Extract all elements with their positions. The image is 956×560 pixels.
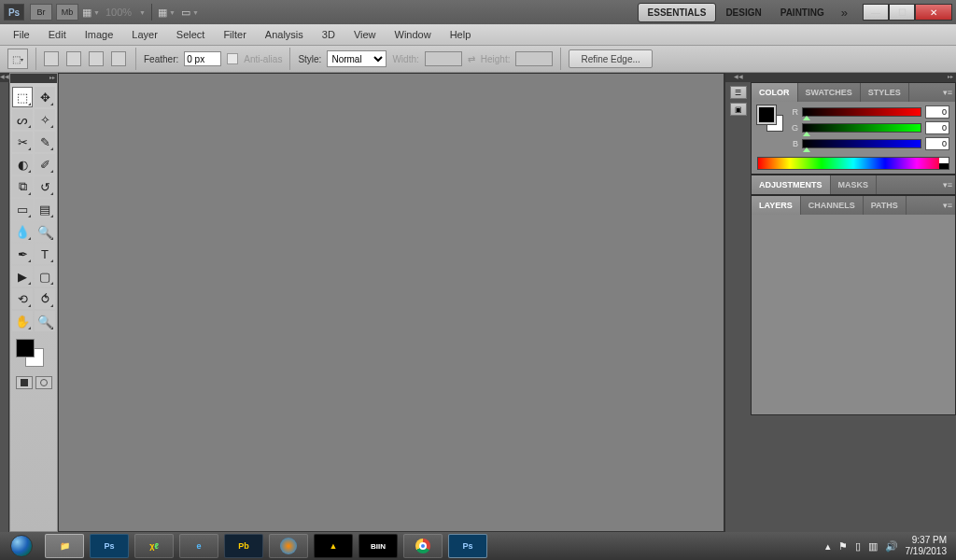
layers-body[interactable]	[752, 215, 955, 414]
tool-brush[interactable]: ✐	[35, 154, 55, 175]
new-selection-icon[interactable]	[44, 51, 59, 66]
taskbar-aimp[interactable]: ▲	[314, 534, 353, 558]
taskbar-ie[interactable]: e	[179, 534, 218, 558]
b-slider[interactable]	[802, 139, 921, 148]
intersect-selection-icon[interactable]	[111, 51, 126, 66]
taskbar-xl[interactable]: χℓ	[134, 534, 174, 558]
workspace-essentials[interactable]: ESSENTIALS	[638, 3, 717, 22]
tool-path-select[interactable]: ▶	[12, 266, 33, 287]
menu-analysis[interactable]: Analysis	[256, 26, 313, 43]
menu-filter[interactable]: Filter	[214, 26, 255, 43]
taskbar-pb[interactable]: Pb	[224, 534, 263, 558]
tool-spot-heal[interactable]: ◐	[12, 154, 33, 175]
tab-styles[interactable]: STYLES	[861, 83, 909, 102]
tool-3d-orbit[interactable]: ⥀	[35, 288, 55, 309]
arrange-documents-dropdown[interactable]: ▦▼	[158, 7, 176, 19]
tab-adjustments[interactable]: ADJUSTMENTS	[752, 175, 831, 194]
add-selection-icon[interactable]	[66, 51, 81, 66]
r-slider[interactable]	[802, 107, 921, 117]
tool-blur[interactable]: 💧	[12, 221, 33, 242]
b-input[interactable]	[925, 137, 949, 150]
taskbar-photoshop[interactable]: Ps	[90, 534, 129, 558]
tab-masks[interactable]: MASKS	[831, 175, 878, 194]
menu-layer[interactable]: Layer	[122, 26, 167, 43]
tool-dodge[interactable]: 🔍	[35, 221, 55, 242]
panel-dock-header[interactable]: ▸▸	[751, 73, 956, 82]
tray-show-hidden-icon[interactable]: ▴	[825, 540, 831, 553]
g-slider[interactable]	[802, 123, 921, 133]
tray-volume-icon[interactable]: 🔊	[885, 540, 898, 553]
taskbar-biin[interactable]: BIIN	[358, 534, 398, 558]
tool-zoom[interactable]: 🔍	[35, 311, 55, 331]
tray-network-icon[interactable]: ▥	[868, 540, 878, 553]
tool-rectangle[interactable]: ▢	[35, 266, 55, 287]
toolbox-header[interactable]: ▸▸	[10, 74, 57, 83]
tool-clone[interactable]: ⧉	[12, 176, 33, 197]
workspace-design[interactable]: DESIGN	[716, 4, 770, 21]
workspace-more-icon[interactable]: »	[841, 6, 848, 20]
taskbar-chrome[interactable]	[403, 534, 443, 558]
tab-color[interactable]: COLOR	[752, 83, 798, 102]
close-button[interactable]: ✕	[915, 4, 952, 21]
tool-history-brush[interactable]: ↺	[35, 176, 55, 197]
r-input[interactable]	[925, 105, 949, 119]
standard-mode-icon[interactable]	[16, 376, 33, 389]
tool-hand[interactable]: ✋	[12, 311, 33, 331]
current-tool-preset[interactable]: ⬚▾	[7, 49, 28, 69]
color-panel-menu-icon[interactable]: ▾≡	[940, 83, 955, 102]
tool-crop[interactable]: ✂	[12, 132, 33, 152]
style-select[interactable]: Normal	[327, 50, 387, 67]
tray-flag-icon[interactable]: ⚑	[838, 540, 848, 553]
maximize-button[interactable]: ☐	[889, 4, 915, 21]
zoom-level[interactable]: 100%	[105, 7, 132, 18]
tool-3d-rotate[interactable]: ⟲	[12, 288, 33, 309]
adjustments-panel-menu-icon[interactable]: ▾≡	[940, 175, 955, 194]
tab-channels[interactable]: CHANNELS	[801, 196, 864, 215]
tool-quick-select[interactable]: ✧	[35, 109, 55, 130]
sub-selection-icon[interactable]	[89, 51, 104, 66]
menu-3d[interactable]: 3D	[313, 26, 344, 43]
quick-mask-icon[interactable]	[35, 376, 52, 389]
tab-paths[interactable]: PATHS	[864, 196, 907, 215]
taskbar-photoshop-2[interactable]: Ps	[448, 534, 487, 558]
tool-gradient[interactable]: ▤	[35, 199, 55, 219]
refine-edge-button[interactable]: Refine Edge...	[569, 49, 652, 68]
menu-view[interactable]: View	[344, 26, 386, 43]
screen-mode-dropdown[interactable]: ▭▼	[181, 7, 199, 19]
menu-help[interactable]: Help	[441, 26, 481, 43]
feather-input[interactable]	[184, 51, 221, 66]
start-button[interactable]	[4, 534, 39, 558]
taskbar-explorer[interactable]: 📁	[45, 534, 84, 558]
history-panel-icon[interactable]: ☰	[730, 86, 747, 99]
foreground-color-swatch[interactable]	[16, 339, 35, 357]
minimize-button[interactable]: —	[863, 4, 889, 21]
taskbar-wmp[interactable]	[269, 534, 308, 558]
minibridge-button[interactable]: Mb	[56, 4, 78, 21]
tab-layers[interactable]: LAYERS	[752, 196, 801, 215]
tool-type[interactable]: T	[35, 244, 55, 264]
tool-eraser[interactable]: ▭	[12, 199, 33, 219]
color-spectrum[interactable]	[757, 157, 949, 170]
tool-marquee[interactable]: ⬚	[12, 87, 33, 107]
g-input[interactable]	[925, 121, 949, 134]
canvas-area[interactable]	[58, 73, 724, 532]
view-extras-dropdown[interactable]: ▦▼	[82, 7, 100, 19]
tray-battery-icon[interactable]: ▯	[855, 540, 861, 553]
workspace-painting[interactable]: PAINTING	[771, 4, 834, 21]
menu-select[interactable]: Select	[167, 26, 215, 43]
menu-image[interactable]: Image	[76, 26, 123, 43]
color-fg-swatch[interactable]	[757, 105, 776, 124]
bridge-button[interactable]: Br	[30, 4, 52, 21]
menu-edit[interactable]: Edit	[39, 26, 76, 43]
menu-file[interactable]: File	[4, 26, 39, 43]
actions-panel-icon[interactable]: ▣	[730, 103, 747, 116]
tool-lasso[interactable]: ᔕ	[12, 109, 33, 130]
menu-window[interactable]: Window	[386, 26, 441, 43]
layers-panel-menu-icon[interactable]: ▾≡	[940, 196, 955, 215]
tool-move[interactable]: ✥	[35, 87, 55, 107]
left-collapse-strip[interactable]	[0, 73, 9, 532]
tab-swatches[interactable]: SWATCHES	[798, 83, 861, 102]
tool-pen[interactable]: ✒	[12, 244, 33, 264]
tool-eyedropper[interactable]: ✎	[35, 132, 55, 152]
tray-clock[interactable]: 9:37 PM 7/19/2013	[906, 535, 948, 557]
